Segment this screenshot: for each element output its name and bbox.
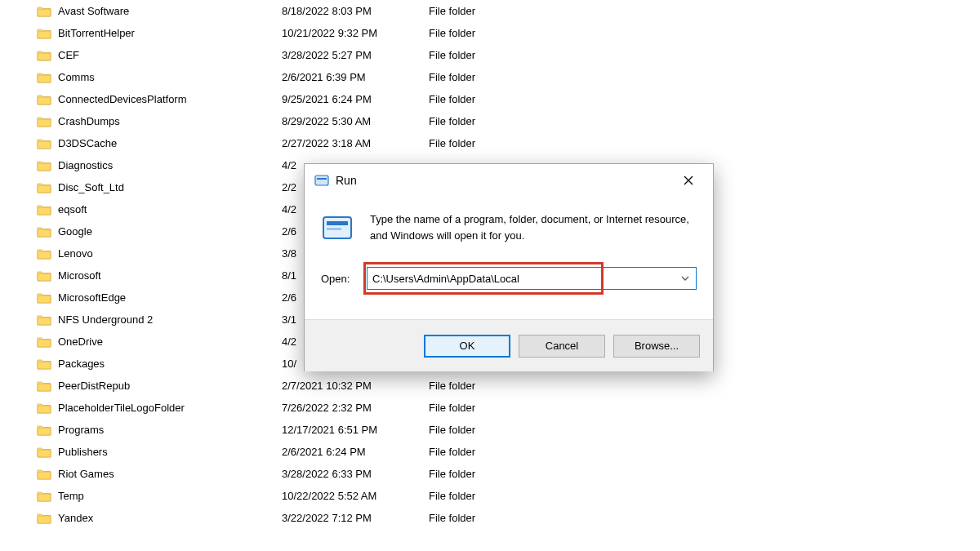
run-title-bar[interactable]: Run [305,164,713,197]
folder-icon [37,270,51,282]
run-instruction: Type the name of a program, folder, docu… [370,211,697,244]
file-name: Publishers [58,446,108,458]
file-row[interactable]: ConnectedDevicesPlatform9/25/2021 6:24 P… [37,88,980,110]
file-type: File folder [429,137,527,149]
folder-icon [37,380,51,392]
dropdown-button[interactable] [679,272,692,285]
file-type: File folder [429,512,527,524]
file-row[interactable]: BitTorrentHelper10/21/2022 9:32 PMFile f… [37,22,980,44]
file-type: File folder [429,380,527,392]
browse-button[interactable]: Browse... [613,335,700,358]
file-type: File folder [429,446,527,458]
file-name: OneDrive [58,335,103,348]
run-button-bar: OK Cancel Browse... [305,319,713,371]
file-type: File folder [429,115,527,127]
file-row[interactable]: PlaceholderTileLogoFolder7/26/2022 2:32 … [37,397,980,419]
close-icon [684,176,693,185]
file-date: 2/7/2021 10:32 PM [282,380,429,392]
run-body: Type the name of a program, folder, docu… [305,197,713,319]
file-date: 8/18/2022 8:03 PM [282,5,429,17]
file-row[interactable]: Yandex3/22/2022 7:12 PMFile folder [37,507,980,529]
file-row[interactable]: D3DSCache2/27/2022 3:18 AMFile folder [37,132,980,154]
file-name: BitTorrentHelper [58,27,135,39]
folder-icon [37,116,51,127]
file-date: 3/28/2022 5:27 PM [282,49,429,61]
folder-icon [37,358,51,370]
run-app-icon [314,173,329,188]
file-type: File folder [429,424,527,436]
file-name: PlaceholderTileLogoFolder [58,402,185,414]
folder-icon [37,94,51,105]
file-name: Programs [58,424,104,436]
folder-icon [37,182,51,193]
svg-rect-4 [327,228,341,230]
file-name: CEF [58,49,79,61]
file-type: File folder [429,27,527,39]
file-name: Comms [58,71,95,83]
file-row[interactable]: Riot Games3/28/2022 6:33 PMFile folder [37,463,980,485]
file-name: eqsoft [58,203,87,216]
folder-icon [37,424,51,436]
file-date: 10/22/2022 5:52 AM [282,490,429,502]
file-type: File folder [429,402,527,414]
file-type: File folder [429,468,527,480]
file-name: Google [58,225,92,238]
folder-icon [37,50,51,61]
file-row[interactable]: CEF3/28/2022 5:27 PMFile folder [37,44,980,66]
file-row[interactable]: Publishers2/6/2021 6:24 PMFile folder [37,441,980,463]
folder-icon [37,138,51,149]
file-name: CrashDumps [58,115,120,127]
file-row[interactable]: Comms2/6/2021 6:39 PMFile folder [37,66,980,88]
file-type: File folder [429,71,527,83]
folder-icon [37,491,51,502]
folder-icon [37,336,51,348]
file-row[interactable]: Avast Software8/18/2022 8:03 PMFile fold… [37,0,980,22]
cancel-button[interactable]: Cancel [519,335,605,358]
chevron-down-icon [681,276,689,281]
file-row[interactable]: PeerDistRepub2/7/2021 10:32 PMFile folde… [37,375,980,397]
file-row[interactable]: CrashDumps8/29/2022 5:30 AMFile folder [37,110,980,132]
file-date: 9/25/2021 6:24 PM [282,93,429,105]
open-input[interactable] [367,267,697,290]
close-button[interactable] [670,168,706,193]
run-large-icon [321,211,354,244]
file-type: File folder [429,5,527,17]
file-name: Packages [58,358,105,370]
file-date: 12/17/2021 6:51 PM [282,424,429,436]
file-name: MicrosoftEdge [58,291,126,304]
ok-button[interactable]: OK [424,335,510,358]
file-name: Lenovo [58,247,93,260]
folder-icon [37,204,51,216]
folder-icon [37,28,51,39]
file-name: Avast Software [58,5,129,17]
file-row[interactable]: Programs12/17/2021 6:51 PMFile folder [37,419,980,441]
file-name: Disc_Soft_Ltd [58,181,124,193]
file-date: 2/6/2021 6:24 PM [282,446,429,458]
folder-icon [37,160,51,171]
file-type: File folder [429,490,527,502]
folder-icon [37,314,51,326]
folder-icon [37,292,51,304]
file-date: 10/21/2022 9:32 PM [282,27,429,39]
folder-icon [37,447,51,458]
folder-icon [37,226,51,238]
open-label: Open: [321,273,367,285]
file-name: ConnectedDevicesPlatform [58,93,187,105]
folder-icon [37,513,51,524]
file-row[interactable]: Temp10/22/2022 5:52 AMFile folder [37,485,980,507]
folder-icon [37,6,51,17]
folder-icon [37,72,51,83]
file-name: Yandex [58,512,93,524]
svg-rect-0 [315,176,328,185]
run-title: Run [336,174,670,187]
file-date: 3/22/2022 7:12 PM [282,512,429,524]
folder-icon [37,469,51,480]
file-name: Microsoft [58,269,101,282]
file-type: File folder [429,49,527,61]
file-name: Diagnostics [58,159,113,171]
file-date: 8/29/2022 5:30 AM [282,115,429,127]
file-name: Temp [58,490,84,502]
svg-rect-3 [327,221,348,225]
svg-rect-1 [317,178,327,180]
file-name: NFS Underground 2 [58,313,153,326]
